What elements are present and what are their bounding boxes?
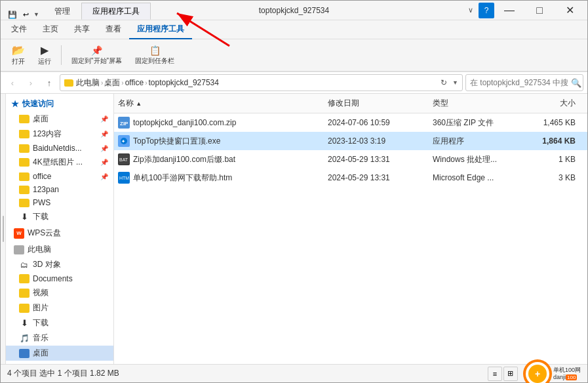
back-button[interactable]: ‹ [5, 75, 20, 91]
file-type-0: 360压缩 ZIP 文件 [429, 116, 514, 130]
file-name-0: ZIP toptopkjckd_danji100.com.zip [114, 115, 324, 130]
logo-symbol: + [528, 365, 547, 383]
sidebar-item-video[interactable]: 视频 [6, 285, 113, 300]
sidebar-item-downloads2[interactable]: ⬇ 下载 [6, 315, 113, 331]
sidebar-item-123pan[interactable]: 123pan [6, 183, 113, 196]
ribbon-btn-taskbar[interactable]: 📋 固定到任务栏 [129, 43, 180, 68]
title-icon-save[interactable]: 💾 [7, 9, 18, 20]
sidebar-item-desktop2[interactable]: 桌面 [6, 346, 113, 361]
wps-icon: W [14, 228, 24, 239]
address-folder-icon [64, 79, 73, 87]
folder-icon-wallpaper [19, 158, 29, 167]
title-icon-undo[interactable]: ↩ [20, 9, 31, 20]
ribbon-tab-home[interactable]: 主页 [35, 20, 66, 39]
ribbon-tab-bar: 文件 主页 共享 查看 应用程序工具 [1, 20, 587, 39]
sidebar-item-wallpaper[interactable]: 4K壁纸图片 ... 📌 [6, 155, 113, 170]
htm-icon-3: HTM [118, 172, 130, 184]
sidebar-wps-header[interactable]: W WPS云盘 [6, 226, 113, 241]
sidebar-section-quickaccess: ★ 快速访问 桌面 📌 123内容 📌 B [6, 96, 113, 224]
navigation-toolbar: ‹ › ↑ 此电脑 › 桌面 › office › toptopkjckd_92… [1, 72, 587, 94]
file-row-1[interactable]: ✦ TopTop快捷窗口置顶.exe 2023-12-03 3:19 应用程序 … [114, 132, 587, 150]
sidebar-item-3d[interactable]: 🗂 3D 对象 [6, 257, 113, 272]
ribbon-tab-view[interactable]: 查看 [98, 20, 129, 39]
sidebar-item-office[interactable]: office 📌 [6, 170, 113, 183]
file-size-1: 1,864 KB [514, 135, 579, 147]
file-row-0[interactable]: ZIP toptopkjckd_danji100.com.zip 2024-07… [114, 113, 587, 132]
close-button[interactable]: ✕ [555, 1, 585, 20]
music-icon: 🎵 [19, 333, 29, 344]
ribbon-tab-file[interactable]: 文件 [3, 20, 35, 39]
view-mode-buttons: ≡ ⊞ [488, 367, 518, 381]
minimize-button[interactable]: — [494, 1, 524, 20]
file-date-2: 2024-05-29 13:31 [324, 153, 429, 165]
maximize-button[interactable]: □ [524, 1, 555, 20]
sidebar-item-documents[interactable]: Documents [6, 272, 113, 285]
forward-button[interactable]: › [23, 75, 39, 91]
ribbon-btn-pin[interactable]: 📌 固定到"开始"屏幕 [66, 43, 128, 68]
status-right: ≡ ⊞ + 单机100网 danji100 [488, 359, 581, 384]
docs-icon [19, 274, 29, 283]
address-part-pc[interactable]: 此电脑 [76, 77, 100, 89]
status-bar: 4 个项目 选中 1 个项目 1.82 MB ≡ ⊞ + 单机100网 danj… [1, 364, 587, 382]
col-header-date[interactable]: 修改日期 [324, 96, 429, 110]
file-list: 名称 ▲ 修改日期 类型 大小 [114, 94, 587, 364]
ribbon-sep-1 [61, 45, 62, 65]
sidebar-item-pws[interactable]: PWS [6, 196, 113, 209]
address-refresh-button[interactable]: ↻ [437, 75, 451, 90]
ribbon-tab-apptools[interactable]: 应用程序工具 [129, 20, 192, 39]
file-row-3[interactable]: HTM 单机100手游网下载帮助.htm 2024-05-29 13:31 Mi… [114, 169, 587, 187]
tab-app-tools[interactable]: 应用程序工具 [81, 3, 151, 20]
search-input[interactable] [470, 78, 568, 87]
search-icon[interactable]: 🔍 [571, 78, 581, 88]
file-date-3: 2024-05-29 13:31 [324, 172, 429, 184]
address-part-desktop[interactable]: 桌面 [104, 77, 120, 89]
sidebar-resize-handle [1, 94, 6, 364]
file-list-header: 名称 ▲ 修改日期 类型 大小 [114, 94, 587, 113]
title-dropdown[interactable]: ▼ [33, 11, 39, 18]
sidebar-item-baidu[interactable]: BaiduNetdis... 📌 [6, 142, 113, 155]
address-sep-3: › [145, 79, 147, 87]
main-area: ★ 快速访问 桌面 📌 123内容 📌 B [1, 94, 587, 364]
svg-text:HTM: HTM [119, 176, 129, 180]
col-header-name[interactable]: 名称 ▲ [114, 96, 324, 110]
address-bar[interactable]: 此电脑 › 桌面 › office › toptopkjckd_927534 ↻… [60, 74, 463, 91]
status-text: 4 个项目 选中 1 个项目 1.82 MB [7, 368, 119, 379]
address-sep-2: › [121, 79, 123, 87]
file-row-2[interactable]: BAT Zip添加danji100.com后缀.bat 2024-05-29 1… [114, 150, 587, 169]
view-list-button[interactable]: ≡ [488, 367, 502, 381]
address-part-folder[interactable]: toptopkjckd_927534 [149, 78, 219, 87]
ribbon-btn-open[interactable]: 📂 打开 [6, 41, 31, 69]
video-icon [19, 289, 29, 298]
title-bar: 💾 ↩ ▼ 管理 应用程序工具 toptopkjckd_927534 ∨ ? —… [1, 1, 587, 20]
file-name-1: ✦ TopTop快捷窗口置顶.exe [114, 134, 324, 148]
logo-text: 单机100网 danji100 [553, 367, 581, 381]
search-box[interactable]: 🔍 [465, 74, 583, 91]
up-button[interactable]: ↑ [41, 75, 57, 91]
sidebar-thispc-header[interactable]: 此电脑 [6, 242, 113, 257]
folder-icon-pws [19, 199, 29, 207]
ribbon-btn-run[interactable]: ▶ 运行 [32, 41, 57, 69]
title-tabs: 💾 ↩ ▼ 管理 应用程序工具 [1, 1, 463, 20]
address-dropdown[interactable]: ▼ [452, 79, 458, 86]
ribbon-tab-share[interactable]: 共享 [66, 20, 98, 39]
address-part-office[interactable]: office [125, 78, 144, 87]
desktop-icon [19, 349, 29, 358]
sort-arrow-name: ▲ [136, 100, 142, 107]
help-button[interactable]: ? [479, 3, 494, 18]
col-header-type[interactable]: 类型 [429, 96, 514, 110]
sidebar-item-music[interactable]: 🎵 音乐 [6, 331, 113, 346]
sidebar-item-desktop1[interactable]: 桌面 📌 [6, 111, 113, 127]
view-grid-button[interactable]: ⊞ [503, 367, 518, 381]
file-date-1: 2023-12-03 3:19 [324, 135, 429, 147]
sidebar-quickaccess-header[interactable]: ★ 快速访问 [6, 96, 113, 111]
sidebar-item-pictures[interactable]: 图片 [6, 300, 113, 315]
sidebar-item-downloads1[interactable]: ⬇ 下载 [6, 209, 113, 224]
sidebar: ★ 快速访问 桌面 📌 123内容 📌 B [6, 94, 114, 364]
download-icon-2: ⬇ [19, 318, 29, 329]
sidebar-item-123[interactable]: 123内容 📌 [6, 127, 113, 142]
ribbon: 文件 主页 共享 查看 应用程序工具 📂 打开 ▶ 运行 📌 固定到"开始"屏幕… [1, 20, 587, 72]
window-title: toptopkjckd_927534 [259, 6, 329, 15]
expand-ribbon-button[interactable]: ∨ [463, 3, 479, 18]
tab-manage[interactable]: 管理 [43, 3, 81, 20]
col-header-size[interactable]: 大小 [514, 96, 579, 110]
